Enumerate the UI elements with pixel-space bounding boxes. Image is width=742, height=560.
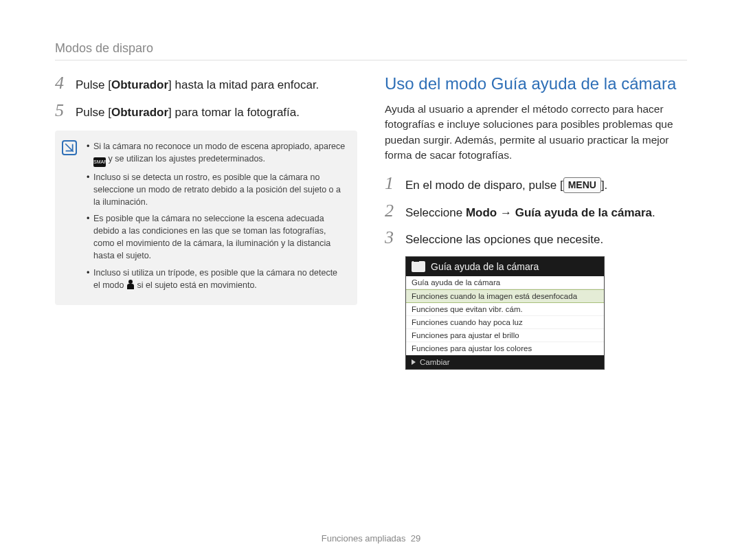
step-3: 3 Seleccione las opciones que necesite. <box>385 229 687 248</box>
step-4: 4 Pulse [Obturador] hasta la mitad para … <box>55 74 357 93</box>
step-text: Pulse [Obturador] hasta la mitad para en… <box>76 77 319 93</box>
step-5: 5 Pulse [Obturador] para tomar la fotogr… <box>55 102 357 121</box>
text: si el sujeto está en movimiento. <box>137 280 256 290</box>
text: ] para tomar la fotografía. <box>168 106 300 119</box>
tripod-person-icon <box>126 280 135 289</box>
step-text: En el modo de disparo, pulse [MENU]. <box>405 177 607 194</box>
arrow: → <box>497 206 515 219</box>
note-item: Incluso si utiliza un trípode, es posibl… <box>87 267 346 291</box>
step-1: 1 En el modo de disparo, pulse [MENU]. <box>385 175 687 194</box>
section-heading: Uso del modo Guía ayuda de la cámara <box>385 74 687 93</box>
note-item: Incluso si se detecta un rostro, es posi… <box>87 171 346 208</box>
step-number: 2 <box>385 202 398 220</box>
ui-titlebar: Guía ayuda de la cámara <box>406 257 604 276</box>
shutter-label: Obturador <box>111 106 168 119</box>
text: . <box>652 206 655 219</box>
ui-list-item: Funciones que evitan vibr. cám. <box>406 303 604 316</box>
menu-button-icon: MENU <box>563 177 601 194</box>
breadcrumb: Modos de disparo <box>55 41 687 60</box>
ui-footer-label: Cambiar <box>420 358 449 366</box>
smart-mode-icon: SMART <box>93 157 106 167</box>
text: Pulse [ <box>76 78 111 91</box>
shutter-label: Obturador <box>111 78 168 91</box>
ui-title: Guía ayuda de la cámara <box>431 261 539 272</box>
ui-footer: Cambiar <box>406 355 604 369</box>
text: Seleccione <box>405 206 466 219</box>
note-item: Si la cámara no reconoce un modo de esce… <box>87 140 346 167</box>
camera-ui-preview: Guía ayuda de la cámara Guía ayuda de la… <box>405 256 605 370</box>
text: ]. <box>601 179 607 192</box>
ui-list-item: Funciones cuando hay poca luz <box>406 316 604 329</box>
ui-list-item: Funciones para ajustar el brillo <box>406 329 604 342</box>
page-number: 29 <box>411 533 420 544</box>
right-column: Uso del modo Guía ayuda de la cámara Ayu… <box>385 74 687 370</box>
ui-list-item: Funciones para ajustar los colores <box>406 342 604 355</box>
step-text: Seleccione Modo → Guía ayuda de la cámar… <box>405 205 655 221</box>
text: ] hasta la mitad para enfocar. <box>168 78 319 91</box>
step-number: 4 <box>55 74 69 92</box>
step-text: Pulse [Obturador] para tomar la fotograf… <box>76 104 300 121</box>
camera-icon <box>412 261 425 272</box>
intro-text: Ayuda al usuario a aprender el método co… <box>385 102 687 164</box>
text: En el modo de disparo, pulse [ <box>405 179 563 192</box>
page-footer: Funciones ampliadas 29 <box>0 533 742 544</box>
step-text: Seleccione las opciones que necesite. <box>405 232 603 248</box>
ui-list-item: Guía ayuda de la cámara <box>406 276 604 289</box>
note-box: Si la cámara no reconoce un modo de esce… <box>55 131 357 305</box>
ui-list: Guía ayuda de la cámara Funciones cuando… <box>406 276 604 355</box>
footer-section: Funciones ampliadas <box>322 533 406 544</box>
step-number: 1 <box>385 175 398 192</box>
note-item: Es posible que la cámara no seleccione l… <box>87 212 346 262</box>
mode-label: Modo <box>466 206 497 219</box>
text: y se utilizan los ajustes predeterminado… <box>108 154 265 164</box>
text: Si la cámara no reconoce un modo de esce… <box>93 142 345 151</box>
step-number: 5 <box>55 102 69 120</box>
note-icon <box>62 140 77 155</box>
step-number: 3 <box>385 229 398 247</box>
left-column: 4 Pulse [Obturador] hasta la mitad para … <box>55 74 357 370</box>
ui-list-item-selected: Funciones cuando la imagen está desenfoc… <box>406 289 604 303</box>
guide-label: Guía ayuda de la cámara <box>515 206 652 219</box>
text: Pulse [ <box>76 106 111 119</box>
step-2: 2 Seleccione Modo → Guía ayuda de la cám… <box>385 202 687 221</box>
play-triangle-icon <box>412 359 416 365</box>
